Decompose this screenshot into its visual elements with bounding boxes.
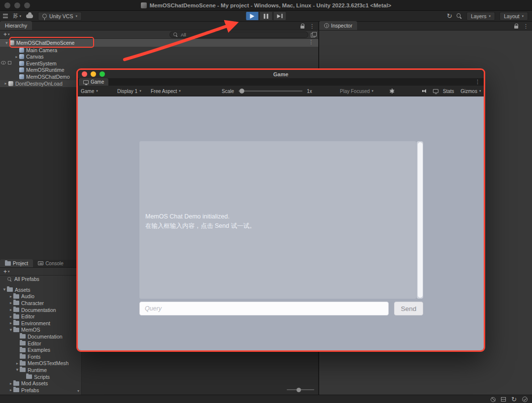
- create-asset-button[interactable]: + ▾: [0, 268, 13, 275]
- notifications-muted-icon[interactable]: [491, 397, 496, 402]
- lock-icon[interactable]: [514, 26, 518, 29]
- project-folder-memos-fonts[interactable]: Fonts: [0, 353, 81, 360]
- tab-game[interactable]: Game: [79, 78, 108, 86]
- game-window-titlebar[interactable]: Game: [78, 70, 484, 78]
- expand-arrow-icon[interactable]: ▸: [8, 294, 13, 299]
- hierarchy-item-canvas[interactable]: ▸ Canvas: [0, 54, 318, 61]
- layout-dropdown[interactable]: Layout ▾: [499, 12, 528, 21]
- project-folder-assets[interactable]: ▼ Assets: [0, 286, 81, 293]
- chat-scrollbar-thumb[interactable]: [418, 142, 423, 298]
- project-folder-memostextmesh[interactable]: ▸ MemOSTextMesh: [0, 360, 81, 367]
- project-folder-runtime[interactable]: ▼ Runtime: [0, 367, 81, 373]
- expand-arrow-icon[interactable]: ▸: [14, 55, 19, 59]
- scene-picking-icon[interactable]: [8, 61, 11, 64]
- zoom-slider-handle[interactable]: [297, 388, 301, 392]
- project-folder-memos-documentation[interactable]: Documentation: [0, 333, 81, 340]
- play-button[interactable]: [246, 11, 259, 21]
- progress-idle-icon[interactable]: [522, 397, 528, 402]
- layers-dropdown[interactable]: Layers ▾: [466, 12, 495, 21]
- search-icon[interactable]: [457, 13, 462, 19]
- expand-arrow-icon[interactable]: ▸: [15, 361, 20, 366]
- panel-menu-icon[interactable]: ⋮: [309, 24, 315, 29]
- project-folder-character[interactable]: ▸ Character: [0, 300, 81, 307]
- step-button[interactable]: [273, 11, 287, 21]
- project-folder-memos-examples[interactable]: Examples: [0, 346, 81, 353]
- folder-label: Runtime: [28, 367, 47, 373]
- scene-menu-icon[interactable]: ⋮: [308, 39, 314, 45]
- vsync-monitor-button[interactable]: [433, 86, 438, 96]
- panel-menu-icon[interactable]: ⋮: [523, 24, 529, 29]
- expand-arrow-icon[interactable]: ▼: [15, 368, 20, 372]
- play-focused-dropdown[interactable]: Play Focused ▾: [340, 86, 373, 96]
- pause-button[interactable]: [260, 11, 273, 21]
- favorite-all-prefabs[interactable]: All Prefabs: [0, 276, 81, 282]
- expand-arrow-icon[interactable]: ▸: [8, 381, 13, 386]
- project-tab-label: Project: [13, 261, 28, 266]
- hierarchy-scene-header[interactable]: ▼ MemOSChatDemoScene ⋮: [0, 39, 318, 47]
- tab-inspector[interactable]: Inspector: [319, 21, 357, 30]
- query-input[interactable]: [139, 302, 389, 315]
- account-button[interactable]: 苏 ▾: [13, 13, 21, 20]
- folder-icon: [13, 321, 19, 325]
- expand-arrow-icon[interactable]: ▸: [3, 81, 8, 86]
- gizmos-label: Gizmos: [461, 89, 477, 94]
- mute-audio-button[interactable]: [422, 86, 428, 96]
- expand-arrow-icon[interactable]: ▸: [8, 321, 13, 325]
- scene-visibility-icon[interactable]: [1, 61, 6, 64]
- send-button[interactable]: Send: [394, 302, 423, 315]
- chat-log-line: MemOS Chat Demo initialized.: [145, 212, 256, 221]
- game-target-dropdown[interactable]: Game ▾: [81, 86, 98, 96]
- expand-arrow-icon[interactable]: ▸: [8, 314, 13, 319]
- capture-icon[interactable]: [390, 86, 395, 96]
- layers-label: Layers: [471, 13, 487, 19]
- hierarchy-item-main-camera[interactable]: Main Camera: [0, 47, 318, 54]
- undo-history-icon[interactable]: ↻: [447, 13, 452, 19]
- tab-project[interactable]: Project: [0, 259, 33, 267]
- project-folder-scripts[interactable]: Scripts: [0, 373, 81, 380]
- chat-scrollbar[interactable]: [417, 141, 423, 299]
- menu-icon[interactable]: [3, 14, 8, 18]
- project-folder-environment[interactable]: ▸ Environment: [0, 320, 81, 327]
- expand-arrow-icon[interactable]: ▼: [4, 41, 9, 45]
- scale-slider-handle[interactable]: [239, 89, 244, 93]
- hierarchy-item-eventsystem[interactable]: EventSystem: [0, 60, 318, 67]
- gizmos-dropdown[interactable]: Gizmos ▾: [461, 86, 481, 96]
- expand-arrow-icon[interactable]: ▼: [8, 328, 13, 332]
- hierarchy-item-label: Main Camera: [26, 47, 57, 53]
- aspect-ratio-dropdown[interactable]: Free Aspect ▾: [151, 86, 181, 96]
- chevron-down-icon: ▾: [96, 89, 98, 93]
- search-window-icon[interactable]: [311, 32, 316, 37]
- expand-arrow-icon[interactable]: ▸: [8, 301, 13, 305]
- expand-arrow-icon[interactable]: ▸: [8, 308, 13, 312]
- hierarchy-item-label: Canvas: [26, 54, 44, 60]
- folder-label: MemOS: [21, 327, 40, 333]
- project-folder-audio[interactable]: ▸ Audio: [0, 293, 81, 300]
- tab-hierarchy[interactable]: Hierarchy: [0, 21, 32, 30]
- unity-logo-icon: [141, 2, 147, 8]
- project-folder-prefabs[interactable]: ▸ Prefabs: [0, 387, 81, 394]
- expand-arrow-icon[interactable]: ▼: [2, 287, 7, 292]
- display-dropdown[interactable]: Display 1 ▾: [117, 86, 141, 96]
- panel-menu-icon[interactable]: ⋮: [475, 79, 480, 85]
- asset-zoom-slider[interactable]: [287, 389, 314, 390]
- stats-button[interactable]: Stats: [443, 86, 454, 96]
- project-folder-memos-editor[interactable]: Editor: [0, 340, 81, 347]
- expand-arrow-icon[interactable]: ▸: [8, 388, 13, 392]
- project-folder-editor[interactable]: ▸ Editor: [0, 313, 81, 320]
- scroll-down-icon[interactable]: ▾: [77, 389, 79, 393]
- vcs-label: Unity VCS: [49, 13, 73, 19]
- editor-toolbar: 苏 ▾ Unity VCS ▾ ↻ Layers ▾ Layout: [0, 11, 532, 22]
- hierarchy-search-input[interactable]: All: [169, 31, 308, 38]
- project-folder-memos[interactable]: ▼ MemOS: [0, 327, 81, 334]
- project-folder-mod-assets[interactable]: ▸ Mod Assets: [0, 380, 81, 387]
- unity-vcs-dropdown[interactable]: Unity VCS ▾: [38, 12, 82, 21]
- cloud-icon[interactable]: [26, 14, 33, 18]
- folder-label: Fonts: [28, 354, 40, 360]
- tab-console[interactable]: Console: [33, 259, 68, 267]
- lock-icon[interactable]: [300, 26, 304, 29]
- create-object-button[interactable]: + ▾: [0, 31, 13, 38]
- refresh-icon[interactable]: ↻: [511, 396, 517, 403]
- project-folder-documentation[interactable]: ▸ Documentation: [0, 307, 81, 313]
- scale-slider[interactable]: [238, 91, 302, 92]
- services-icon[interactable]: [501, 397, 506, 402]
